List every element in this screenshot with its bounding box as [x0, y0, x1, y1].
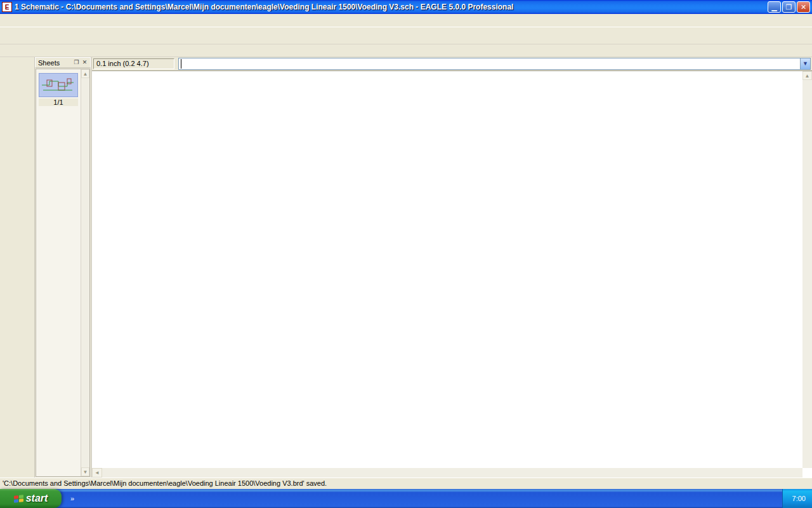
schematic-canvas[interactable]: ▲ ◄ [92, 70, 812, 478]
system-tray: 7:00 [782, 489, 812, 508]
scroll-down-icon[interactable]: ▼ [81, 467, 89, 476]
close-panel-icon[interactable]: ✕ [81, 58, 89, 67]
canvas-vscrollbar[interactable]: ▲ [802, 71, 812, 468]
clock: 7:00 [792, 495, 806, 502]
grid-toolbar [0, 44, 812, 57]
app-icon: E [2, 2, 12, 12]
close-button[interactable]: ✕ [797, 1, 810, 13]
canvas-hscrollbar[interactable]: ◄ [92, 468, 802, 478]
sheets-scrollbar[interactable]: ▲ ▼ [81, 69, 89, 476]
quicklaunch-overflow-icon[interactable]: » [69, 495, 75, 502]
command-dropdown-icon[interactable]: ▼ [800, 58, 810, 69]
windows-flag-icon [14, 495, 23, 503]
sheets-panel: Sheets ❐ ✕ 1/1 ▲ ▼ [35, 57, 92, 478]
sheet-number[interactable]: 1/1 [39, 98, 78, 106]
window-title: 1 Schematic - C:\Documents and Settings\… [15, 3, 768, 11]
menu-bar [0, 14, 812, 27]
minimize-button[interactable]: ▁ [768, 1, 781, 13]
parameter-toolbar: 0.1 inch (0.2 4.7) ▼ [92, 57, 812, 70]
schematic-drawing[interactable] [92, 71, 798, 460]
command-line[interactable]: ▼ [178, 58, 811, 70]
canvas-scroll-up-icon[interactable]: ▲ [802, 71, 812, 80]
float-panel-icon[interactable]: ❐ [72, 58, 81, 67]
taskbar: start » 7:00 [0, 489, 812, 508]
sheet-thumbnail[interactable] [39, 73, 78, 97]
canvas-scroll-left-icon[interactable]: ◄ [92, 468, 102, 478]
status-bar: 'C:\Documents and Settings\Marcel\Mijn d… [0, 478, 812, 489]
scroll-up-icon[interactable]: ▲ [81, 69, 89, 78]
start-button[interactable]: start [0, 489, 62, 508]
main-toolbar [0, 27, 812, 44]
maximize-button[interactable]: ❐ [782, 1, 796, 13]
sheets-title: Sheets [38, 59, 72, 67]
command-input[interactable] [181, 59, 800, 69]
command-palette [0, 57, 35, 478]
grid-icon[interactable] [4, 43, 19, 58]
title-bar: E 1 Schematic - C:\Documents and Setting… [0, 0, 812, 14]
coordinate-display: 0.1 inch (0.2 4.7) [93, 58, 174, 69]
